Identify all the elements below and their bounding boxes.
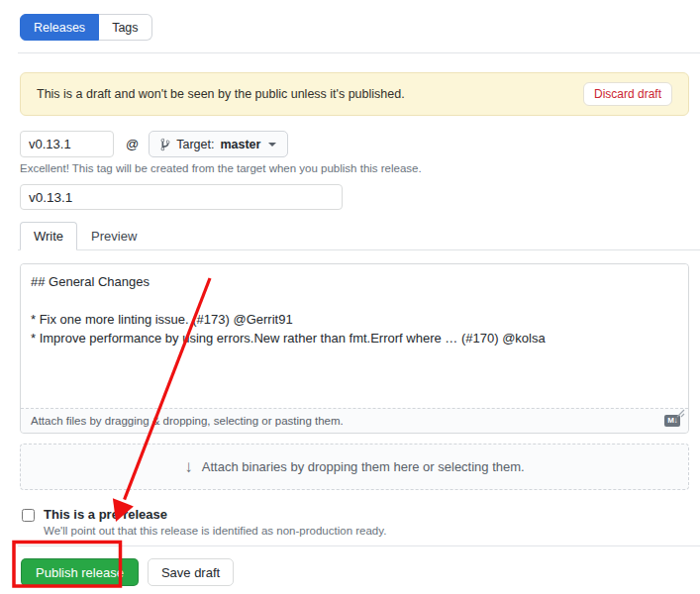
attach-binaries-dropzone[interactable]: ↓ Attach binaries by dropping them here … — [20, 444, 689, 490]
top-divider — [18, 52, 700, 53]
prerelease-section: This is a pre-release We'll point out th… — [20, 507, 689, 537]
attach-binaries-text: Attach binaries by dropping them here or… — [202, 459, 525, 474]
resize-grip-icon[interactable] — [676, 404, 685, 422]
action-buttons-row: Publish release Save draft — [20, 558, 689, 586]
tag-name-input[interactable] — [20, 131, 114, 157]
preview-tab[interactable]: Preview — [77, 222, 150, 250]
release-body-textarea[interactable]: ## General Changes * Fix one more lintin… — [21, 264, 688, 408]
draft-warning-text: This is a draft and won't be seen by the… — [37, 87, 405, 101]
publish-release-button[interactable]: Publish release — [21, 558, 139, 586]
attach-files-hint: Attach files by dragging & dropping, sel… — [31, 415, 344, 427]
release-edit-page: Releases Tags This is a draft and won't … — [0, 0, 700, 594]
releases-tab-button[interactable]: Releases — [20, 14, 99, 41]
tag-target-row: @ Target: master — [20, 131, 689, 157]
target-prefix-label: Target: — [176, 138, 214, 151]
bottom-divider — [18, 545, 700, 546]
releases-tags-subnav: Releases Tags — [20, 14, 152, 41]
download-arrow-icon: ↓ — [184, 457, 193, 477]
attach-files-bar[interactable]: Attach files by dragging & dropping, sel… — [21, 408, 688, 433]
release-title-input[interactable] — [20, 184, 343, 210]
prerelease-helper-text: We'll point out that this release is ide… — [44, 525, 386, 537]
git-branch-icon — [160, 138, 170, 151]
discard-draft-button[interactable]: Discard draft — [583, 82, 672, 106]
dropdown-caret-icon — [268, 143, 276, 147]
tags-tab-button[interactable]: Tags — [99, 14, 151, 41]
write-tab[interactable]: Write — [20, 222, 77, 250]
target-branch-name: master — [220, 138, 260, 151]
prerelease-texts: This is a pre-release We'll point out th… — [44, 507, 386, 537]
tag-helper-text: Excellent! This tag will be created from… — [20, 162, 689, 174]
save-draft-button[interactable]: Save draft — [148, 558, 234, 586]
target-branch-dropdown[interactable]: Target: master — [149, 131, 288, 157]
prerelease-label[interactable]: This is a pre-release — [44, 507, 386, 522]
draft-warning-banner: This is a draft and won't be seen by the… — [20, 72, 689, 116]
release-body-editor: ## General Changes * Fix one more lintin… — [20, 263, 689, 434]
at-symbol: @ — [126, 137, 139, 151]
editor-tabs: Write Preview — [18, 222, 700, 250]
prerelease-checkbox[interactable] — [22, 509, 35, 522]
